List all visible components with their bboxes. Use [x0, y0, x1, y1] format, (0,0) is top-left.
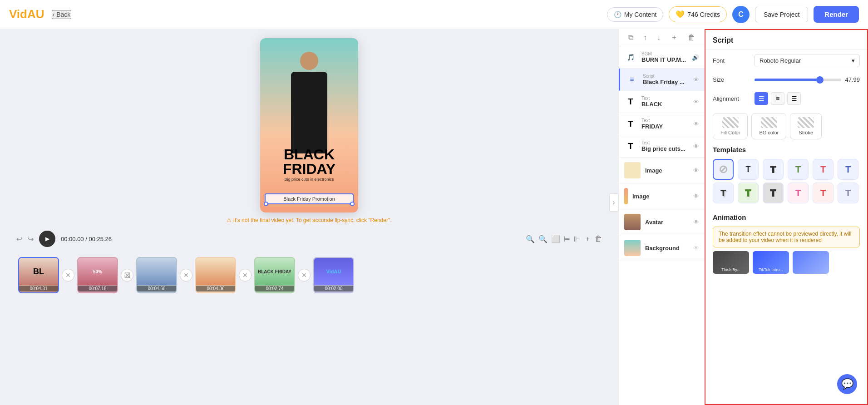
properties-title: Script	[705, 30, 867, 49]
timeline-transition-1[interactable]: ⊠	[121, 269, 133, 282]
timeline-transition-4[interactable]: ✕	[298, 269, 311, 282]
timeline-label-2: 00:04.68	[137, 286, 176, 291]
logo-au: AU	[27, 7, 44, 21]
layer-background-eye[interactable]: 👁	[693, 245, 699, 252]
template-0[interactable]: ⊘	[713, 159, 734, 180]
layers-toolbar-delete[interactable]: 🗑	[688, 34, 695, 42]
layer-image-1[interactable]: Image 👁	[619, 158, 705, 183]
size-slider-fill	[755, 79, 820, 81]
anim-thumb-1[interactable]: TikTok Intro...	[753, 251, 789, 274]
clock-icon: 🕐	[614, 11, 621, 18]
main-area: BLACK FRIDAY Big price cuts in electroni…	[0, 29, 868, 405]
black-text: BLACK	[264, 147, 355, 162]
save-project-button[interactable]: Save Project	[755, 7, 808, 22]
timeline-item-2[interactable]: 00:04.68	[136, 257, 177, 293]
anim-label-0: ThisIsBy...	[721, 267, 740, 272]
template-8[interactable]: T	[763, 183, 784, 203]
stroke-option[interactable]: Stroke	[790, 113, 822, 139]
resize-handle-left[interactable]	[264, 202, 268, 206]
promo-bar[interactable]: Black Friday Promotion	[265, 193, 354, 204]
animation-section: The transition effect cannot be previewe…	[705, 224, 867, 277]
animation-notice: The transition effect cannot be previewe…	[713, 227, 860, 247]
layer-text-friday-eye[interactable]: 👁	[693, 121, 699, 128]
timeline-transition-0[interactable]: ✕	[62, 269, 74, 282]
layer-image-2-info: Image	[632, 193, 689, 200]
layer-bgm-eye[interactable]: 🔊	[692, 54, 699, 61]
align-left-button[interactable]: ☰	[755, 92, 768, 105]
layers-toolbar-copy[interactable]: ⧉	[628, 34, 633, 42]
align-right-button[interactable]: ☰	[787, 92, 801, 105]
font-row: Font Roboto Regular ▾	[705, 49, 867, 72]
template-6[interactable]: T	[713, 183, 734, 203]
layer-image-2-name: Image	[632, 193, 689, 200]
header-left: VidAU ‹ Back	[9, 7, 71, 21]
template-10[interactable]: T	[813, 183, 833, 203]
layer-background[interactable]: Background 👁	[619, 235, 705, 261]
credits-button[interactable]: 💛 746 Credits	[669, 6, 727, 22]
delete-button[interactable]: 🗑	[595, 235, 602, 243]
template-3[interactable]: T	[788, 159, 809, 180]
align-center-button[interactable]: ≡	[771, 92, 784, 105]
split-right-button[interactable]: ⊩	[574, 235, 580, 243]
layer-avatar-eye[interactable]: 👁	[693, 219, 699, 226]
template-4[interactable]: T	[813, 159, 833, 180]
template-9[interactable]: T	[788, 183, 809, 203]
zoom-out-button[interactable]: 🔍	[526, 235, 535, 243]
back-button[interactable]: ‹ Back	[52, 10, 72, 19]
my-content-button[interactable]: 🕐 My Content	[607, 7, 664, 22]
timeline-transition-3[interactable]: ✕	[239, 269, 252, 282]
template-7[interactable]: T	[738, 183, 759, 203]
layer-script-eye[interactable]: 👁	[693, 76, 699, 83]
my-content-label: My Content	[624, 11, 657, 18]
resize-handle-right[interactable]	[350, 202, 355, 206]
video-preview[interactable]: BLACK FRIDAY Big price cuts in electroni…	[260, 38, 358, 212]
layer-bgm[interactable]: 🎵 BGM BURN IT UP.M... 🔊	[619, 46, 705, 69]
layer-text-black-eye[interactable]: 👁	[693, 99, 699, 105]
template-5[interactable]: T	[838, 159, 858, 180]
user-avatar[interactable]: C	[732, 6, 750, 23]
font-select[interactable]: Roboto Regular ▾	[755, 54, 860, 67]
template-11[interactable]: T	[838, 183, 858, 203]
layer-script[interactable]: ≡ Script Black Friday ... 👁	[619, 69, 705, 91]
undo-button[interactable]: ↩	[16, 235, 22, 243]
timeline-item-4[interactable]: BLACK FRIDAY 00:02.74	[254, 257, 295, 293]
collapse-arrow-button[interactable]: ›	[609, 193, 618, 212]
layer-image-2-eye[interactable]: 👁	[693, 193, 699, 200]
add-button[interactable]: ＋	[584, 234, 591, 244]
anim-thumb-0[interactable]: ThisIsBy...	[713, 251, 749, 274]
play-button[interactable]: ▶	[39, 231, 55, 247]
timeline-item-1[interactable]: 50% 00:07.18	[77, 257, 118, 293]
template-1[interactable]: T	[738, 159, 759, 180]
fullscreen-button[interactable]: ⬜	[551, 235, 560, 243]
properties-panel: Script Font Roboto Regular ▾ Size 47.99 …	[705, 29, 868, 405]
layer-image-2[interactable]: Image 👁	[619, 183, 705, 209]
image-color-bar	[624, 188, 628, 204]
bg-color-option[interactable]: BG color	[751, 113, 786, 139]
redo-button[interactable]: ↪	[28, 235, 34, 243]
timeline-item-3[interactable]: 00:04.36	[195, 257, 236, 293]
back-chevron-icon: ‹	[53, 11, 55, 18]
timeline-item-5[interactable]: VidAU 00:02.00	[313, 257, 354, 293]
fill-color-option[interactable]: Fill Color	[713, 113, 748, 139]
layers-toolbar-down[interactable]: ↓	[657, 34, 661, 42]
layer-text-bigprice[interactable]: T Text Big price cuts... 👁	[619, 135, 705, 158]
timeline-item-0[interactable]: BL 00:04.31	[18, 257, 59, 293]
template-2[interactable]: T	[763, 159, 784, 180]
timeline-transition-2[interactable]: ✕	[180, 269, 192, 282]
layers-toolbar-add[interactable]: ＋	[671, 33, 678, 42]
render-button[interactable]: Render	[814, 6, 859, 23]
chat-bubble-button[interactable]: 💬	[837, 374, 857, 394]
layer-text-bigprice-eye[interactable]: 👁	[693, 143, 699, 150]
layer-background-info: Background	[645, 245, 689, 252]
size-slider-thumb[interactable]	[816, 76, 824, 84]
layer-text-black[interactable]: T Text BLACK 👁	[619, 91, 705, 113]
layer-text-friday[interactable]: T Text FRIDAY 👁	[619, 113, 705, 135]
layer-image-1-eye[interactable]: 👁	[693, 167, 699, 174]
size-slider-track[interactable]	[755, 79, 841, 81]
layer-avatar[interactable]: Avatar 👁	[619, 209, 705, 235]
anim-thumb-2[interactable]	[793, 251, 829, 274]
zoom-in-button[interactable]: 🔍	[538, 235, 547, 243]
split-left-button[interactable]: ⊨	[564, 235, 570, 243]
layer-background-name: Background	[645, 245, 689, 252]
layers-toolbar-up[interactable]: ↑	[643, 34, 647, 42]
